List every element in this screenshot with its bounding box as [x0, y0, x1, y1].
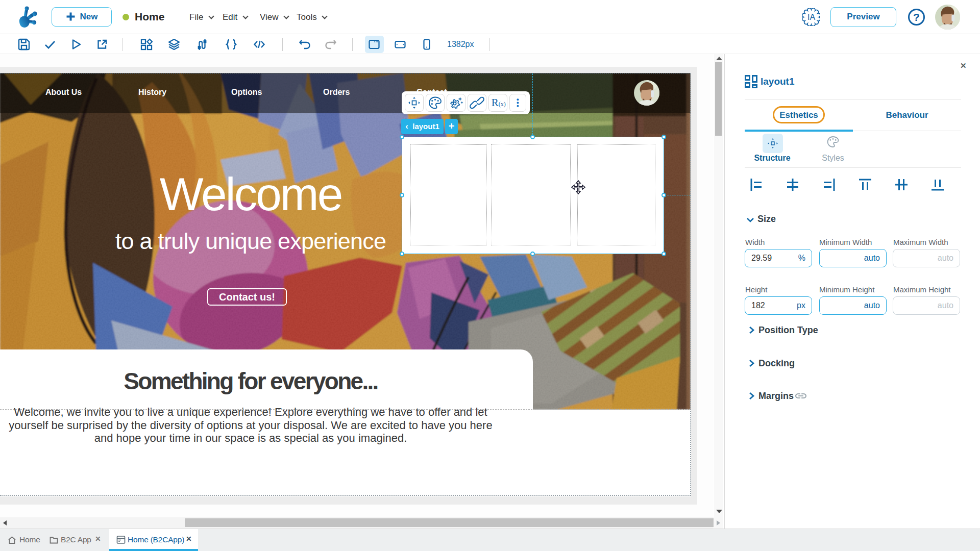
svg-text:(x): (x)	[499, 101, 506, 108]
svg-text:R: R	[492, 96, 499, 109]
svg-text:IA: IA	[807, 12, 815, 21]
